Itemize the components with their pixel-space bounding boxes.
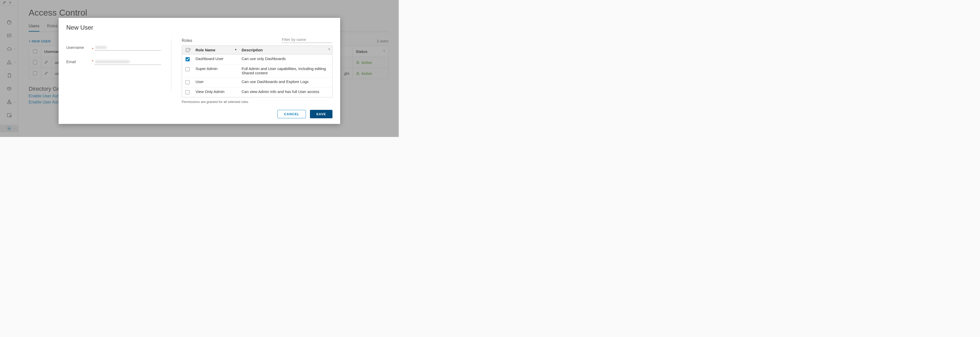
role-desc: Can view Admin info and has full User ac… — [239, 87, 332, 97]
email-label: Email * — [66, 60, 94, 64]
sort-asc-icon: ▲ — [234, 48, 237, 51]
role-checkbox[interactable] — [186, 57, 190, 61]
role-row[interactable]: User Can use Dashboards and Explore Logs — [182, 78, 332, 87]
sort-icon: ⇅ — [328, 48, 330, 51]
email-input[interactable] — [94, 58, 161, 65]
col-role-name-label: Role Name — [196, 48, 215, 52]
save-button[interactable]: SAVE — [310, 110, 332, 118]
permissions-note: Permissions are granted for all selected… — [182, 100, 332, 104]
roles-section-title: Roles — [182, 38, 192, 43]
role-name: Super Admin — [193, 64, 239, 78]
divider — [171, 39, 172, 91]
role-name: View Only Admin — [193, 87, 239, 97]
new-user-dialog: New User Username * Email * — [59, 18, 340, 124]
role-name: Dashboard User — [193, 54, 239, 64]
role-checkbox[interactable] — [186, 90, 190, 94]
role-desc: Full Admin and User capabilities, includ… — [239, 64, 332, 78]
role-checkbox[interactable] — [186, 80, 190, 84]
dialog-title: New User — [66, 24, 332, 31]
role-row[interactable]: Super Admin Full Admin and User capabili… — [182, 64, 332, 78]
col-role-desc[interactable]: Description ⇅ — [239, 46, 332, 54]
role-desc: Can use Dashboards and Explore Logs — [239, 78, 332, 87]
cancel-button[interactable]: CANCEL — [277, 110, 305, 118]
role-checkbox[interactable] — [186, 67, 190, 71]
role-name: User — [193, 78, 239, 87]
role-row[interactable]: View Only Admin Can view Admin info and … — [182, 87, 332, 97]
modal-overlay: New User Username * Email * — [0, 0, 399, 137]
roles-filter-input[interactable] — [281, 36, 332, 43]
col-role-desc-label: Description — [242, 48, 263, 52]
username-input[interactable] — [94, 44, 161, 51]
sort-icon: ⇅ — [189, 48, 191, 51]
role-row[interactable]: Dashboard User Can use only Dashboards — [182, 54, 332, 64]
username-label: Username * — [66, 45, 94, 49]
col-role-name[interactable]: Role Name ▲ — [193, 46, 239, 54]
role-desc: Can use only Dashboards — [239, 54, 332, 64]
roles-table: ⇅ Role Name ▲ Description ⇅ — [182, 46, 332, 97]
